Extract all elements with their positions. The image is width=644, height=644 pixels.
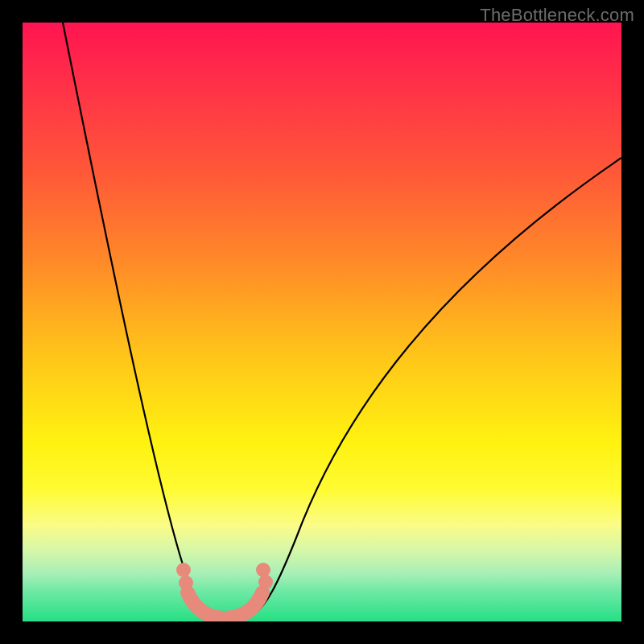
optimal-zone-marker	[188, 592, 262, 618]
bottleneck-curve	[63, 23, 621, 621]
marker-dot	[256, 563, 270, 577]
chart-svg	[23, 23, 621, 621]
marker-dot	[258, 575, 273, 589]
chart-plot-area	[23, 23, 621, 621]
marker-dot	[176, 563, 191, 577]
marker-dot	[179, 576, 193, 590]
watermark-text: TheBottleneck.com	[480, 5, 634, 26]
